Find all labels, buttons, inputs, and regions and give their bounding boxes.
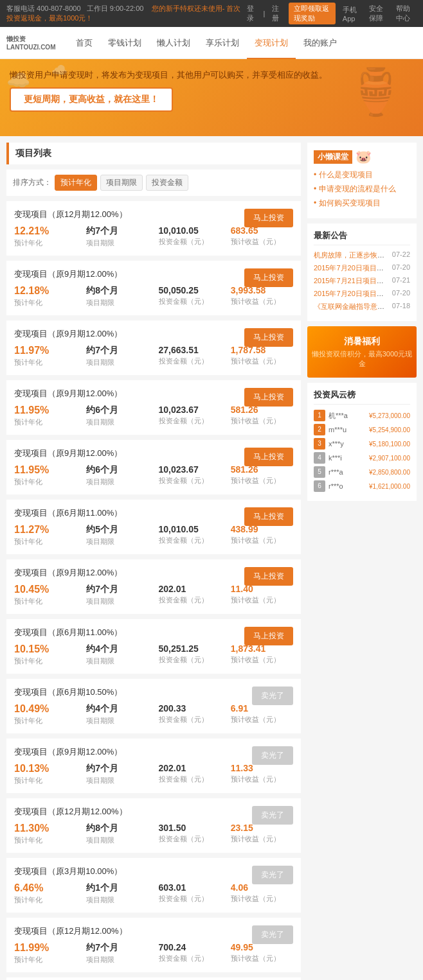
project-stats-12: 11.99% 预计年化 约7个月 项目期限 700.24 投资金额（元） 49.… (14, 942, 293, 965)
rank-name-0: 机***a (328, 411, 369, 421)
project-btn-12: 卖光了 (252, 925, 293, 944)
nav-lanren[interactable]: 懒人计划 (149, 27, 198, 59)
sort-period[interactable]: 项目期限 (100, 175, 143, 191)
project-stats-2: 11.97% 预计年化 约7个月 项目期限 27,663.51 投资金额（元） … (14, 345, 293, 367)
ann-text-2[interactable]: 2015年7月21日项目回款常见公告 (314, 276, 389, 286)
help-link[interactable]: 帮助中心 (396, 4, 415, 23)
app-link[interactable]: 手机App (343, 5, 360, 22)
announcement-section: 最新公告 机房故障，正逐步恢复中 07-22 2015年7月20日项目回款常见公… (307, 223, 417, 321)
project-stats-3: 11.95% 预计年化 约6个月 项目期限 10,023.67 投资金额（元） … (14, 405, 293, 427)
main-nav: 懒投资 LANTOUZI.COM 首页 零钱计划 懒人计划 享乐计划 变现计划 … (0, 27, 423, 59)
ann-date-2: 07-21 (392, 276, 410, 286)
project-btn-4[interactable]: 马上投资 (244, 448, 293, 466)
project-btn-7[interactable]: 马上投资 (244, 627, 293, 645)
stat-rate-7: 10.15% 预计年化 (14, 643, 76, 666)
stat-amount-3: 10,023.67 投资金额（元） (159, 405, 221, 426)
period-value-6: 约7个月 (86, 584, 148, 595)
login-link[interactable]: 登录 (247, 4, 256, 23)
stat-amount-4: 10,023.67 投资金额（元） (159, 464, 221, 486)
nav-xiangle[interactable]: 享乐计划 (198, 27, 247, 59)
project-card-13: 变现项目（原9月期12.00%） 卖光了 11.09% 预计年化 约7个月 项目… (6, 977, 301, 980)
register-link[interactable]: 注册 (272, 4, 281, 23)
project-btn-11: 卖光了 (252, 866, 293, 884)
nav-account[interactable]: 我的账户 (296, 27, 345, 59)
income-label-5: 预计收益（元） (231, 536, 293, 545)
period-label-5: 项目期限 (86, 537, 148, 547)
stat-amount-8: 200.33 投资金额（元） (159, 703, 221, 724)
stat-rate-3: 11.95% 预计年化 (14, 405, 76, 427)
project-title-12: 变现项目（原12月期12.00%） (14, 925, 293, 937)
income-label-7: 预计收益（元） (231, 655, 293, 665)
rate-value-9: 10.13% (14, 763, 76, 774)
logo[interactable]: 懒投资 LANTOUZI.COM (6, 35, 55, 51)
nav-home[interactable]: 首页 (68, 27, 100, 59)
project-btn-2[interactable]: 马上投资 (244, 328, 293, 347)
banner-ad-title: 消暑福利 (310, 336, 413, 347)
xiao-link-3[interactable]: 如何购买变现项目 (314, 198, 410, 209)
amount-value-4: 10,023.67 (159, 464, 221, 475)
period-value-9: 约7个月 (86, 763, 148, 774)
rate-label-5: 预计年化 (14, 537, 76, 547)
project-card-4: 变现项目（原9月期12.00%） 马上投资 11.95% 预计年化 约6个月 项… (6, 440, 301, 494)
stat-income-12: 49.95 预计收益（元） (231, 942, 293, 963)
stat-amount-5: 10,010.05 投资金额（元） (159, 524, 221, 545)
period-value-4: 约6个月 (86, 464, 148, 476)
rate-value-0: 12.21% (14, 225, 76, 237)
rank-amount-3: ¥2,907,100.00 (369, 455, 410, 462)
project-btn-6[interactable]: 马上投资 (244, 567, 293, 586)
project-btn-0[interactable]: 马上投资 (244, 209, 293, 227)
stat-income-3: 581.26 预计收益（元） (231, 405, 293, 426)
project-stats-10: 11.30% 预计年化 约8个月 项目期限 301.50 投资金额（元） 23.… (14, 823, 293, 845)
project-card-12: 变现项目（原12月期12.00%） 卖光了 11.99% 预计年化 约7个月 项… (6, 918, 301, 972)
sort-amount[interactable]: 投资金额 (146, 175, 188, 191)
rank-item-0: 1 机***a ¥5,273,000.00 (314, 410, 410, 421)
ann-text-3[interactable]: 2015年7月20日项目回款常见公告 (314, 289, 389, 299)
ann-text-1[interactable]: 2015年7月20日项目回款常见公告 (314, 263, 389, 273)
stat-period-2: 约7个月 项目期限 (86, 345, 148, 367)
stat-rate-4: 11.95% 预计年化 (14, 464, 76, 487)
ann-text-0[interactable]: 机房故障，正逐步恢复中 (314, 250, 389, 260)
nav-biaxian[interactable]: 变现计划 (247, 27, 296, 59)
project-btn-3[interactable]: 马上投资 (244, 388, 293, 407)
work-hours-label: 工作日 9:00-22:00 (87, 4, 144, 12)
promo-cta-btn[interactable]: 立即领取返现奖励 (289, 3, 336, 24)
project-btn-1[interactable]: 马上投资 (244, 268, 293, 287)
rate-value-7: 10.15% (14, 643, 76, 655)
rank-amount-4: ¥2,850,800.00 (369, 469, 410, 476)
top-bar-right: 登录 | 注册 立即领取返现奖励 手机App 安全保障 帮助中心 (245, 3, 417, 24)
period-label-1: 项目期限 (86, 298, 148, 308)
project-title-10: 变现项目（原12月期12.00%） (14, 806, 293, 818)
ann-text-4[interactable]: 《互联网金融指导意见》正式出台 懒投资表示... (314, 302, 389, 311)
rate-value-4: 11.95% (14, 464, 76, 476)
amount-value-8: 200.33 (159, 703, 221, 713)
amount-label-9: 投资金额（元） (159, 774, 221, 784)
project-stats-8: 10.49% 预计年化 约4个月 项目期限 200.33 投资金额（元） 6.9… (14, 703, 293, 726)
xiao-section: 小懒课堂 🐷 什么是变现项目 申请变现的流程是什么 如何购买变现项目 (307, 143, 417, 218)
income-label-11: 预计收益（元） (231, 894, 293, 904)
rate-value-1: 12.18% (14, 285, 76, 297)
period-value-2: 约7个月 (86, 345, 148, 356)
period-label-9: 项目期限 (86, 776, 148, 785)
sort-rate[interactable]: 预计年化 (55, 175, 97, 191)
rank-name-4: r***a (328, 468, 369, 476)
banner-ad-sub: 懒投资双倍积分，最高3000元现金 (310, 349, 413, 369)
stat-period-6: 约7个月 项目期限 (86, 584, 148, 606)
amount-label-11: 投资金额（元） (159, 894, 221, 904)
logo-text: 懒投资 (6, 35, 55, 44)
project-title-9: 变现项目（原9月期12.00%） (14, 746, 293, 758)
banner-ad[interactable]: 消暑福利 懒投资双倍积分，最高3000元现金 (307, 326, 417, 378)
xiao-link-2[interactable]: 申请变现的流程是什么 (314, 184, 410, 195)
banner-cta[interactable]: 更短周期，更高收益，就在这里！ (10, 87, 173, 112)
amount-label-5: 投资金额（元） (159, 536, 221, 545)
xiao-link-1[interactable]: 什么是变现项目 (314, 170, 410, 180)
rate-label-1: 预计年化 (14, 298, 76, 308)
rate-label-11: 预计年化 (14, 895, 76, 905)
project-btn-5[interactable]: 马上投资 (244, 507, 293, 526)
nav-lingqian[interactable]: 零钱计划 (100, 27, 149, 59)
amount-value-12: 700.24 (159, 942, 221, 952)
stat-period-4: 约6个月 项目期限 (86, 464, 148, 487)
stat-period-9: 约7个月 项目期限 (86, 763, 148, 785)
safe-link[interactable]: 安全保障 (369, 4, 388, 23)
income-label-1: 预计收益（元） (231, 297, 293, 306)
ann-item-0: 机房故障，正逐步恢复中 07-22 (314, 250, 410, 260)
